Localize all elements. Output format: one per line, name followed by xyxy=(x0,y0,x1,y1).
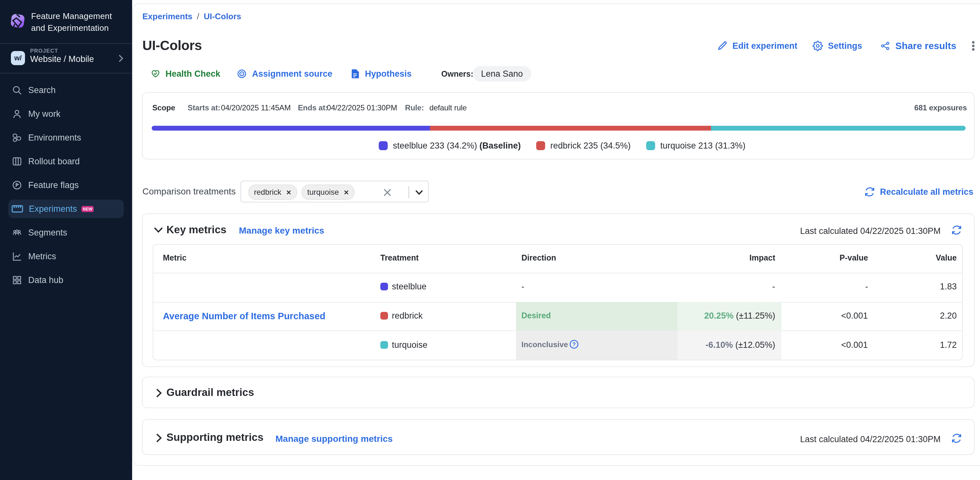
svg-text:?: ? xyxy=(573,341,576,348)
